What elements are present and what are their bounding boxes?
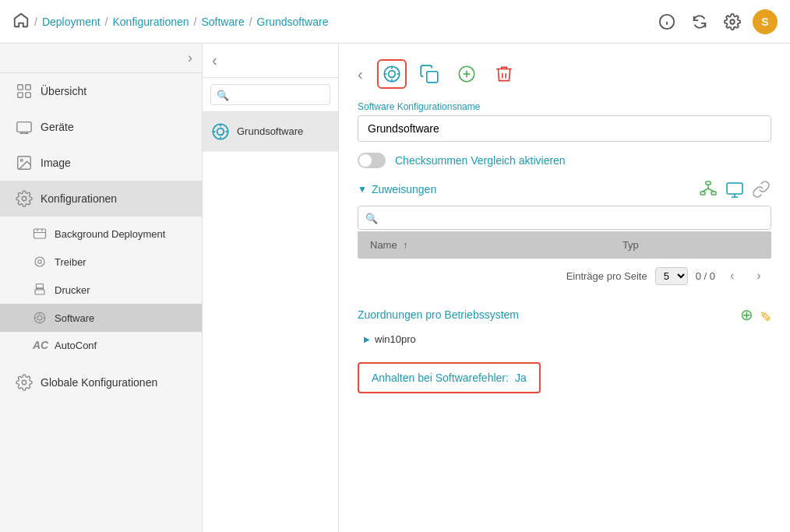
sidebar-sub-treiber[interactable]: Treiber xyxy=(0,248,202,276)
svg-rect-4 xyxy=(18,85,23,90)
svg-point-10 xyxy=(20,159,23,161)
sidebar-item-globale-konfigurationen[interactable]: Globale Konfigurationen xyxy=(0,365,202,400)
breadcrumb-konfigurationen[interactable]: Konfigurationen xyxy=(112,16,189,28)
list-item-grundsoftware-label: Grundsoftware xyxy=(237,125,303,139)
checksum-toggle-row: Checksummen Vergleich aktivieren xyxy=(358,153,771,168)
svg-point-13 xyxy=(35,257,44,266)
sidebar-sub-background-deployment[interactable]: Background Deployment xyxy=(0,220,202,248)
home-icon[interactable] xyxy=(12,12,30,31)
sidebar-sub-background-label: Background Deployment xyxy=(55,228,165,240)
svg-point-23 xyxy=(22,380,26,385)
os-section: Zuordnungen pro Betriebssystem ⊕ ✎ ▶ win… xyxy=(358,305,771,348)
svg-rect-6 xyxy=(18,93,23,97)
svg-rect-12 xyxy=(34,229,46,238)
sidebar-item-image[interactable]: Image xyxy=(0,145,202,181)
svg-point-25 xyxy=(217,129,224,136)
zuweisungen-title[interactable]: ▼ Zuweisungen xyxy=(358,183,436,196)
os-edit-icon[interactable]: ✎ xyxy=(760,305,771,324)
sidebar-sub-autoconf-label: AutoConf xyxy=(55,340,97,351)
error-stop-box: Anhalten bei Softwarefehler: Ja xyxy=(358,362,541,393)
sidebar-item-image-label: Image xyxy=(41,157,71,169)
table-col-typ: Typ xyxy=(610,231,771,259)
sidebar-sub-software-label: Software xyxy=(55,312,94,324)
copy-button[interactable] xyxy=(414,59,444,89)
zuweisungen-search-input[interactable] xyxy=(358,206,771,230)
user-avatar[interactable]: S xyxy=(753,9,778,34)
svg-point-14 xyxy=(38,260,42,264)
os-section-icons: ⊕ ✎ xyxy=(740,305,771,324)
svg-line-45 xyxy=(708,188,714,192)
svg-rect-5 xyxy=(26,85,30,90)
content-area: ‹ 🔍 Grundsoftware ‹ xyxy=(203,44,790,532)
zuweisungen-title-text: Zuweisungen xyxy=(372,183,436,196)
sidebar-item-globale-label: Globale Konfigurationen xyxy=(41,376,157,389)
network-icon[interactable] xyxy=(698,179,718,199)
svg-point-18 xyxy=(37,315,42,320)
config-name-label: Software Konfigurationsname xyxy=(358,101,771,112)
svg-rect-36 xyxy=(426,72,437,83)
sidebar-item-geraete-label: Geräte xyxy=(41,121,74,133)
breadcrumb-sep-2: / xyxy=(194,16,197,28)
svg-point-3 xyxy=(730,19,735,24)
sidebar: › Übersicht Geräte Image xyxy=(0,44,203,532)
topbar: / Deployment / Konfigurationen / Softwar… xyxy=(0,0,790,44)
pagination-prev-button[interactable]: ‹ xyxy=(723,266,742,285)
list-panel-back-button[interactable]: ‹ xyxy=(212,51,217,69)
svg-point-31 xyxy=(388,71,395,78)
main-toolbar: ‹ xyxy=(358,59,771,89)
svg-rect-41 xyxy=(700,192,705,195)
sidebar-sub-section: Background Deployment Treiber Drucker xyxy=(0,220,202,358)
camera-software-button[interactable] xyxy=(377,59,407,89)
zuweisungen-icons xyxy=(698,179,771,199)
breadcrumb-software[interactable]: Software xyxy=(201,16,244,28)
delete-button[interactable] xyxy=(489,59,519,89)
settings-button[interactable] xyxy=(720,9,745,34)
table-col-name-text: Name xyxy=(370,239,397,251)
triangle-icon: ▶ xyxy=(364,335,370,344)
zuweisungen-search-icon: 🔍 xyxy=(365,212,378,224)
os-item-label: win10pro xyxy=(375,333,416,345)
refresh-button[interactable] xyxy=(687,9,712,34)
add-os-button[interactable] xyxy=(452,59,481,89)
zuweisungen-search: 🔍 xyxy=(358,206,771,230)
config-name-input[interactable] xyxy=(358,115,771,142)
breadcrumb-sep-1: / xyxy=(105,16,108,28)
pagination-range: 0 / 0 xyxy=(696,270,715,282)
main-back-button[interactable]: ‹ xyxy=(358,65,363,83)
svg-line-44 xyxy=(703,188,708,192)
sidebar-item-geraete[interactable]: Geräte xyxy=(0,109,202,145)
unlink-icon[interactable] xyxy=(751,179,771,199)
per-page-select[interactable]: 5 xyxy=(655,267,688,285)
os-item-win10pro[interactable]: ▶ win10pro xyxy=(358,330,771,348)
os-section-title: Zuordnungen pro Betriebssystem xyxy=(358,308,519,321)
breadcrumb-deployment[interactable]: Deployment xyxy=(42,16,101,28)
svg-rect-46 xyxy=(727,183,742,194)
table-col-name[interactable]: Name ↑ xyxy=(358,231,610,259)
os-add-icon[interactable]: ⊕ xyxy=(740,305,753,324)
sidebar-item-konfigurationen-label: Konfigurationen xyxy=(41,192,117,205)
sidebar-item-uebersicht[interactable]: Übersicht xyxy=(0,73,202,109)
pagination: Einträge pro Seite 5 0 / 0 ‹ › xyxy=(358,259,771,293)
sidebar-collapse-button[interactable]: › xyxy=(188,50,192,66)
error-stop-value: Ja xyxy=(515,372,527,384)
sidebar-item-konfigurationen[interactable]: Konfigurationen xyxy=(0,181,202,217)
sidebar-sub-autoconf[interactable]: AC AutoConf xyxy=(0,332,202,358)
topbar-icons: S xyxy=(654,9,778,34)
sidebar-sub-drucker[interactable]: Drucker xyxy=(0,276,202,304)
svg-rect-42 xyxy=(711,192,716,195)
os-section-header: Zuordnungen pro Betriebssystem ⊕ ✎ xyxy=(358,305,771,324)
toggle-knob xyxy=(359,154,372,167)
list-panel-header: ‹ xyxy=(203,44,338,78)
list-item-grundsoftware[interactable]: Grundsoftware xyxy=(203,112,338,152)
breadcrumb-sep-0: / xyxy=(34,16,37,28)
breadcrumb: / Deployment / Konfigurationen / Softwar… xyxy=(12,12,328,31)
list-search-area: 🔍 xyxy=(203,78,338,112)
info-button[interactable] xyxy=(654,9,679,34)
sidebar-sub-software[interactable]: Software xyxy=(0,304,202,332)
error-stop-label: Anhalten bei Softwarefehler: xyxy=(372,372,509,384)
checksum-toggle[interactable] xyxy=(358,153,386,168)
list-panel: ‹ 🔍 Grundsoftware xyxy=(203,44,339,532)
list-search-icon: 🔍 xyxy=(217,89,229,100)
pagination-next-button[interactable]: › xyxy=(749,266,768,285)
monitor-icon[interactable] xyxy=(725,179,745,199)
